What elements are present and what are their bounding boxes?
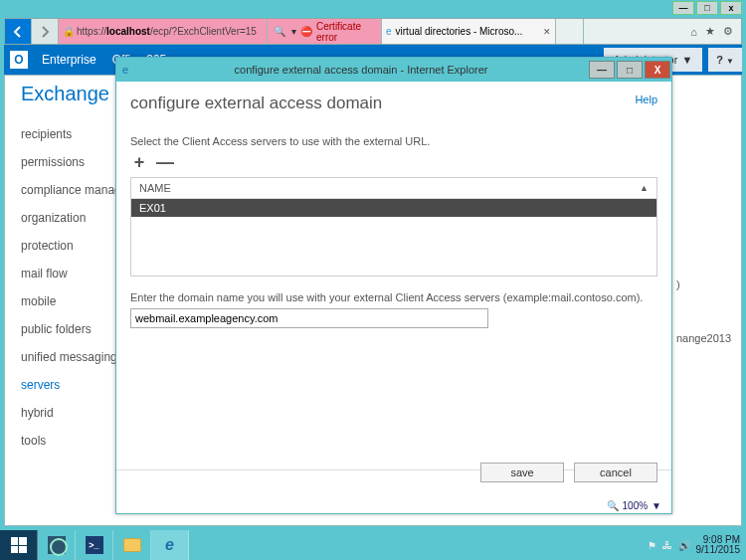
taskbar: >_ e ⚑ 🖧 🔊 9:08 PM 9/11/2015 — [0, 530, 746, 560]
external-domain-input[interactable] — [130, 308, 488, 328]
search-icon[interactable]: 🔍 — [268, 26, 291, 37]
sound-icon[interactable]: 🔊 — [678, 540, 690, 551]
tab-title: virtual directories - Microso... — [396, 26, 523, 37]
sort-indicator-icon[interactable]: ▲ — [640, 183, 649, 193]
obscured-content: ) nange2013 — [676, 275, 731, 348]
ie-icon: e — [386, 26, 392, 37]
dialog-maximize-button[interactable]: □ — [617, 61, 643, 79]
url-protocol: https:// — [77, 26, 106, 37]
start-button[interactable] — [0, 530, 38, 560]
office-app-icon[interactable]: O — [10, 51, 28, 69]
address-bar[interactable]: 🔒 https://localhost/ecp/?ExchClientVer=1… — [59, 19, 268, 44]
table-row[interactable]: EX01 — [131, 199, 656, 217]
ie-taskbar-button[interactable]: e — [151, 530, 189, 560]
help-menu[interactable]: ? ▼ — [708, 48, 742, 72]
clock[interactable]: 9:08 PM 9/11/2015 — [696, 535, 741, 556]
tools-icon[interactable]: ⚙ — [723, 25, 733, 38]
caret-down-icon: ▼ — [726, 57, 734, 66]
cert-error-text[interactable]: Certificate error — [316, 21, 381, 43]
powershell-icon: >_ — [86, 536, 103, 554]
powershell-button[interactable]: >_ — [76, 530, 113, 560]
folder-icon — [123, 538, 141, 552]
col-name: NAME — [139, 182, 171, 194]
remnant-b: nange2013 — [676, 332, 731, 344]
zoom-level: 100% — [623, 500, 649, 511]
url-path: /ecp/?ExchClientVer=15 — [150, 26, 257, 37]
remnant-a: ) — [676, 279, 731, 290]
nav-back-button[interactable] — [5, 19, 32, 44]
window-maximize-button[interactable]: □ — [696, 1, 718, 15]
caret-down-icon: ▼ — [681, 54, 692, 66]
explorer-button[interactable] — [113, 530, 151, 560]
tab-close-icon[interactable]: ✕ — [543, 27, 551, 37]
browser-tab[interactable]: e virtual directories - Microso... ✕ — [382, 19, 556, 44]
new-tab-button[interactable] — [556, 19, 584, 44]
dialog-close-button[interactable]: X — [645, 61, 670, 79]
window-titlebar: — □ x — [0, 0, 746, 18]
save-button[interactable]: save — [480, 463, 564, 482]
dialog-window-title: configure external access domain - Inter… — [134, 64, 588, 76]
address-bar-caps: 🔍 ▾ ⛔ Certificate error — [268, 19, 382, 44]
zoom-icon: 🔍 — [607, 500, 619, 511]
ie-icon: e — [165, 536, 174, 554]
dialog-heading: configure external access domain — [130, 93, 657, 113]
dialog-footer: save cancel — [116, 469, 671, 493]
instruction-domain: Enter the domain name you will use with … — [130, 290, 657, 304]
cert-error-icon[interactable]: ⛔ — [300, 26, 312, 37]
server-manager-button[interactable] — [38, 530, 76, 560]
ie-icon: e — [116, 64, 134, 76]
tray-date: 9/11/2015 — [696, 545, 741, 556]
dialog-help-link[interactable]: Help — [635, 93, 657, 105]
servers-table: NAME ▲ EX01 — [130, 177, 657, 277]
add-server-button[interactable]: + — [130, 153, 148, 171]
zoom-control[interactable]: 🔍 100% ▼ — [607, 500, 661, 511]
action-center-icon[interactable]: ⚑ — [648, 540, 656, 551]
cancel-button[interactable]: cancel — [574, 463, 657, 482]
arrow-left-icon — [11, 25, 25, 39]
nav-forward-button[interactable] — [32, 19, 59, 44]
dialog-minimize-button[interactable]: — — [589, 61, 615, 79]
url-host: localhost — [106, 26, 150, 37]
windows-logo-icon — [11, 537, 27, 553]
caret-down-icon[interactable]: ▼ — [652, 500, 661, 511]
favorites-icon[interactable]: ★ — [705, 25, 715, 38]
configure-external-domain-dialog: e configure external access domain - Int… — [115, 57, 672, 514]
arrow-right-icon — [38, 25, 52, 39]
remove-server-button[interactable]: — — [156, 153, 174, 171]
window-close-button[interactable]: x — [720, 1, 742, 15]
lock-icon: 🔒 — [63, 26, 75, 37]
help-icon: ? — [716, 54, 723, 66]
window-minimize-button[interactable]: — — [672, 1, 694, 15]
instruction-select-servers: Select the Client Access servers to use … — [130, 135, 657, 147]
tenant-label[interactable]: Enterprise — [34, 53, 104, 67]
system-tray[interactable]: ⚑ 🖧 🔊 9:08 PM 9/11/2015 — [642, 530, 747, 560]
table-header[interactable]: NAME ▲ — [131, 178, 656, 199]
dialog-titlebar[interactable]: e configure external access domain - Int… — [116, 58, 671, 82]
server-manager-icon — [48, 536, 66, 554]
network-icon[interactable]: 🖧 — [662, 540, 672, 551]
home-icon[interactable]: ⌂ — [690, 26, 697, 38]
